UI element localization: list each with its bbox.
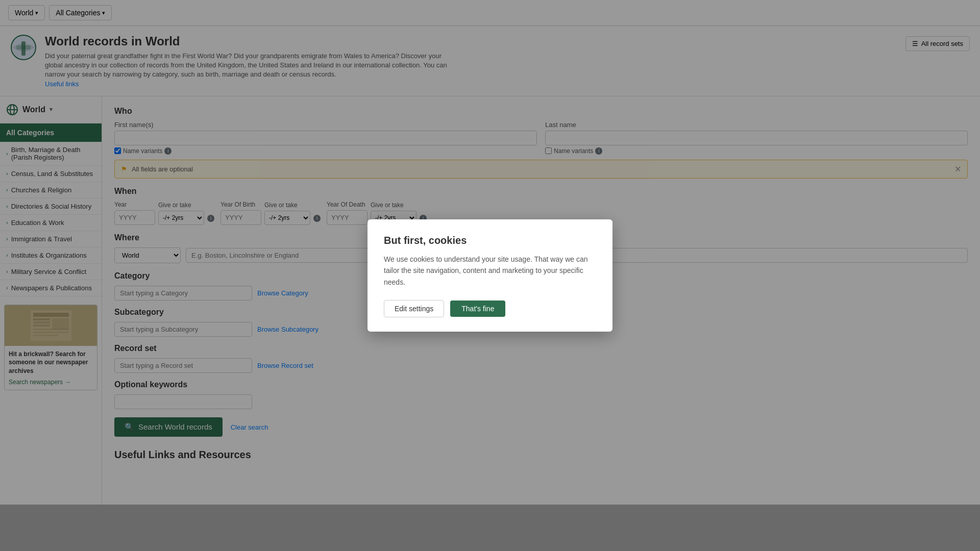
cookie-modal: But first, cookies We use cookies to und…: [368, 219, 612, 332]
modal-body: We use cookies to understand your site u…: [384, 254, 596, 288]
accept-cookies-button[interactable]: That's fine: [450, 300, 505, 317]
modal-title: But first, cookies: [384, 235, 596, 246]
modal-buttons: Edit settings That's fine: [384, 300, 596, 317]
edit-settings-button[interactable]: Edit settings: [384, 300, 444, 317]
modal-overlay: But first, cookies We use cookies to und…: [0, 0, 980, 551]
